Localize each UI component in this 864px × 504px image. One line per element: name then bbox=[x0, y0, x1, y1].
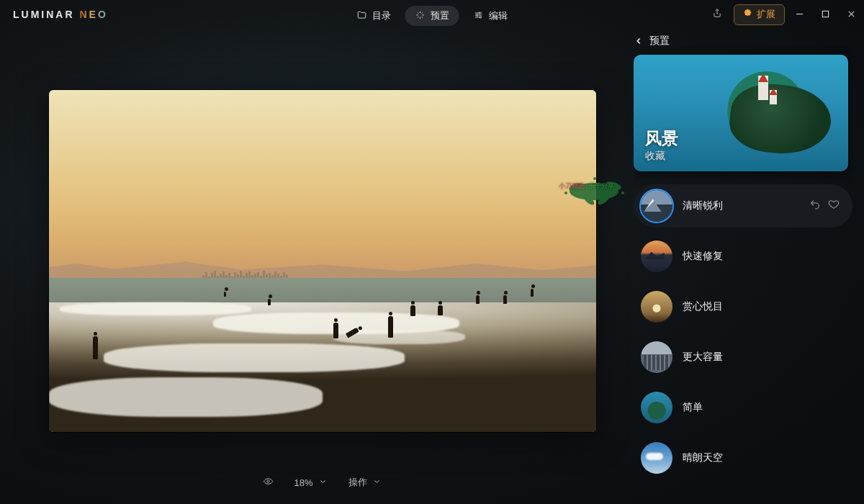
undo-icon[interactable] bbox=[809, 199, 821, 213]
preset-label: 赏心悦目 bbox=[683, 300, 845, 313]
mode-edit-label: 编辑 bbox=[489, 9, 508, 22]
window-minimize-button[interactable] bbox=[786, 0, 812, 29]
svg-point-8 bbox=[596, 194, 610, 207]
preset-collection-card[interactable]: 风景 收藏 bbox=[634, 55, 848, 171]
svg-point-0 bbox=[479, 12, 480, 13]
chevron-left-icon bbox=[635, 35, 642, 47]
preset-item[interactable]: 更大容量 bbox=[634, 336, 852, 379]
collection-caption: 风景 收藏 bbox=[645, 127, 678, 163]
folder-icon bbox=[357, 10, 367, 22]
svg-point-6 bbox=[605, 180, 622, 192]
window-maximize-button[interactable] bbox=[812, 0, 838, 29]
canvas[interactable] bbox=[49, 90, 596, 432]
close-icon bbox=[847, 8, 855, 21]
preset-label: 更大容量 bbox=[683, 351, 845, 364]
bottom-bar: 18% 操作 bbox=[49, 472, 596, 492]
collection-subtitle: 收藏 bbox=[645, 150, 678, 163]
presets-panel: 预置 风景 收藏 清晰锐利快速修复赏心悦目更大容量简单晴朗天空 bbox=[634, 35, 852, 504]
zoom-value: 18% bbox=[294, 477, 312, 488]
svg-rect-3 bbox=[822, 11, 828, 17]
sparkles-icon bbox=[415, 10, 426, 22]
preset-item[interactable]: 晴朗天空 bbox=[634, 436, 852, 480]
preset-label: 快速修复 bbox=[683, 250, 845, 263]
preset-thumb bbox=[641, 392, 672, 423]
svg-point-1 bbox=[477, 14, 478, 15]
compare-toggle[interactable] bbox=[263, 476, 274, 489]
preset-label: 简单 bbox=[683, 401, 845, 414]
preset-label: 晴朗天空 bbox=[683, 451, 845, 464]
mode-edit[interactable]: 编辑 bbox=[464, 6, 518, 26]
preset-thumb bbox=[641, 240, 672, 272]
share-icon bbox=[712, 8, 722, 21]
preset-item[interactable]: 快速修复 bbox=[634, 235, 852, 278]
window-close-button[interactable] bbox=[838, 0, 864, 29]
preset-thumb bbox=[641, 190, 672, 222]
extensions-button[interactable]: 扩展 bbox=[734, 4, 785, 25]
chevron-down-icon bbox=[318, 476, 328, 489]
actions-label: 操作 bbox=[348, 476, 367, 489]
photo-preview bbox=[49, 90, 596, 432]
preset-actions bbox=[809, 199, 845, 213]
preset-thumb bbox=[641, 442, 672, 474]
actions-dropdown[interactable]: 操作 bbox=[348, 476, 382, 489]
preset-thumb bbox=[641, 341, 672, 373]
window-controls bbox=[786, 0, 864, 29]
chevron-down-icon bbox=[372, 476, 382, 489]
preset-item[interactable]: 赏心悦目 bbox=[634, 285, 852, 328]
preset-thumb bbox=[641, 291, 672, 323]
mode-catalog[interactable]: 目录 bbox=[347, 6, 401, 26]
svg-point-12 bbox=[267, 480, 269, 482]
svg-point-2 bbox=[480, 16, 481, 17]
mode-switcher: 目录 预置 编辑 bbox=[347, 6, 518, 26]
app-logo: LUMINAR NEO bbox=[13, 9, 108, 20]
preset-item[interactable]: 简单 bbox=[634, 386, 852, 429]
mode-presets[interactable]: 预置 bbox=[405, 6, 459, 26]
preset-label: 清晰锐利 bbox=[683, 199, 799, 212]
panel-back-button[interactable]: 预置 bbox=[634, 35, 852, 48]
heart-icon[interactable] bbox=[828, 199, 840, 213]
collection-title: 风景 bbox=[645, 127, 678, 150]
sliders-icon bbox=[474, 10, 484, 22]
minimize-icon bbox=[796, 8, 804, 21]
mode-catalog-label: 目录 bbox=[372, 9, 391, 22]
puzzle-icon bbox=[743, 9, 752, 20]
preset-item[interactable]: 清晰锐利 bbox=[634, 184, 852, 228]
share-button[interactable] bbox=[706, 4, 728, 25]
maximize-icon bbox=[822, 8, 829, 21]
titlebar: LUMINAR NEO 目录 预置 编辑 bbox=[0, 0, 864, 29]
svg-point-10 bbox=[621, 192, 624, 194]
panel-back-label: 预置 bbox=[649, 35, 670, 48]
titlebar-right: 扩展 bbox=[706, 0, 785, 29]
zoom-dropdown[interactable]: 18% bbox=[294, 476, 328, 489]
eye-icon bbox=[263, 476, 274, 489]
extensions-label: 扩展 bbox=[757, 9, 775, 21]
mode-presets-label: 预置 bbox=[431, 9, 449, 22]
preset-list: 清晰锐利快速修复赏心悦目更大容量简单晴朗天空 bbox=[634, 184, 852, 480]
